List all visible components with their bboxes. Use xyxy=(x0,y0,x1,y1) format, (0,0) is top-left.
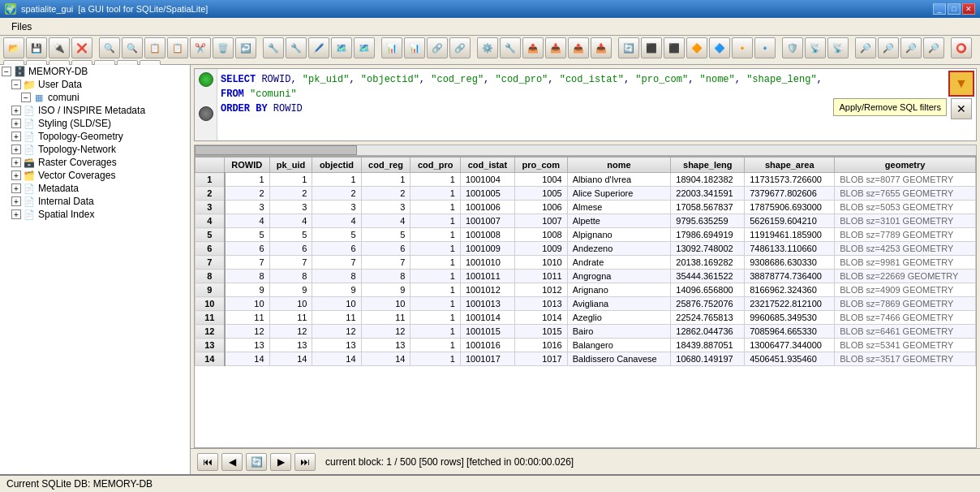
table-cell[interactable]: 4506451.935460 xyxy=(745,352,835,366)
table-cell[interactable]: 9960685.349530 xyxy=(745,311,835,325)
filter-button[interactable]: ▼ xyxy=(948,71,974,97)
toolbar-sm1[interactable]: 🔸 xyxy=(732,37,753,58)
table-cell[interactable]: BLOB sz=5341 GEOMETRY xyxy=(835,339,976,352)
table-cell[interactable]: 1 xyxy=(410,201,461,214)
table-cell[interactable]: 8166962.324360 xyxy=(745,283,835,297)
table-cell[interactable]: 6 xyxy=(361,242,410,256)
toolbar-radar1[interactable]: 📡 xyxy=(805,37,826,58)
table-cell[interactable]: 10 xyxy=(269,297,312,311)
table-cell[interactable]: BLOB sz=7869 GEOMETRY xyxy=(835,297,976,311)
table-cell[interactable]: 13 xyxy=(312,339,361,352)
table-cell[interactable]: 1012 xyxy=(514,283,567,297)
minimize-button[interactable]: _ xyxy=(933,3,946,15)
sidebar-item-raster[interactable]: + 🗃️ Raster Coverages xyxy=(0,156,190,169)
toolbar-tool[interactable]: 🔧 xyxy=(500,37,521,58)
table-cell[interactable]: 1 xyxy=(410,352,461,366)
table-cell[interactable]: 7486133.110660 xyxy=(745,242,835,256)
table-cell[interactable]: 1001006 xyxy=(460,201,514,214)
toolbar-sm2[interactable]: 🔹 xyxy=(754,37,776,58)
toolbar-cut[interactable]: ✂️ xyxy=(190,37,211,58)
table-cell[interactable]: 10 xyxy=(225,297,270,311)
maximize-button[interactable]: □ xyxy=(948,3,961,15)
sidebar-item-comuni[interactable]: − ▦ comuni xyxy=(0,91,190,104)
table-cell[interactable]: BLOB sz=4253 GEOMETRY xyxy=(835,242,976,256)
table-cell[interactable]: Alpette xyxy=(567,214,671,228)
table-cell[interactable]: 1001009 xyxy=(460,242,514,256)
sql-stop-button[interactable] xyxy=(199,106,213,121)
table-cell[interactable]: 13 xyxy=(269,339,312,352)
table-row[interactable]: 11111110010041004Albiano d'Ivrea18904.18… xyxy=(196,173,976,187)
table-cell[interactable]: 9 xyxy=(312,283,361,297)
table-cell[interactable]: 8 xyxy=(269,270,312,283)
table-cell[interactable]: 5 xyxy=(312,228,361,242)
toolbar-settings2[interactable]: 🔧 xyxy=(286,37,307,58)
table-cell[interactable]: 7 xyxy=(225,256,270,270)
table-cell[interactable]: 14 xyxy=(225,352,270,366)
table-cell[interactable]: 1 xyxy=(410,256,461,270)
toolbar-radar2[interactable]: 📡 xyxy=(827,37,849,58)
table-cell[interactable]: 1015 xyxy=(514,325,567,339)
table-cell[interactable]: 22524.765813 xyxy=(671,311,745,325)
table-cell[interactable]: 6 xyxy=(312,242,361,256)
toolbar-sq2[interactable]: ⬛ xyxy=(664,37,685,58)
table-cell[interactable]: 18439.887051 xyxy=(671,339,745,352)
table-cell[interactable]: 1001010 xyxy=(460,256,514,270)
table-cell[interactable]: 14096.656800 xyxy=(671,283,745,297)
table-cell[interactable]: 12 xyxy=(312,325,361,339)
table-cell[interactable]: 18904.182382 xyxy=(671,173,745,187)
table-cell[interactable]: 1009 xyxy=(514,242,567,256)
table-cell[interactable]: Arignano xyxy=(567,283,671,297)
toolbar-search1[interactable]: 🔍 xyxy=(99,37,120,58)
col-header-cod-reg[interactable]: cod_reg xyxy=(361,158,410,173)
table-cell[interactable]: Albiano d'Ivrea xyxy=(567,173,671,187)
tree-expand-iso[interactable]: + xyxy=(11,106,21,115)
toolbar-edit[interactable]: 🖊️ xyxy=(308,37,329,58)
table-cell[interactable]: Balangero xyxy=(567,339,671,352)
table-cell[interactable]: 13092.748002 xyxy=(671,242,745,256)
table-cell[interactable]: 1001013 xyxy=(460,297,514,311)
col-header-pro-com[interactable]: pro_com xyxy=(514,158,567,173)
table-cell[interactable]: BLOB sz=9981 GEOMETRY xyxy=(835,256,976,270)
toolbar-open[interactable]: 📂 xyxy=(3,37,24,58)
toolbar-disconnect[interactable]: ❌ xyxy=(71,37,92,58)
tree-expand-comuni[interactable]: − xyxy=(21,93,31,102)
table-cell[interactable]: 4 xyxy=(312,214,361,228)
toolbar-export1[interactable]: 📤 xyxy=(522,37,544,58)
sidebar-item-user-data[interactable]: − 📁 User Data xyxy=(0,78,190,91)
table-cell[interactable]: 5 xyxy=(225,228,270,242)
table-cell[interactable]: 1 xyxy=(410,297,461,311)
table-cell[interactable]: 1 xyxy=(410,270,461,283)
sidebar-item-iso[interactable]: + 📄 ISO / INSPIRE Metadata xyxy=(0,104,190,117)
table-row[interactable]: 33333110010061006Almese17058.56783717875… xyxy=(196,201,976,214)
table-cell[interactable]: 10 xyxy=(361,297,410,311)
toolbar-copy1[interactable]: 📋 xyxy=(144,37,165,58)
table-cell[interactable]: 9 xyxy=(361,283,410,297)
nav-next-button[interactable]: ▶ xyxy=(270,453,291,471)
table-cell[interactable]: 11 xyxy=(312,311,361,325)
table-cell[interactable]: 2 xyxy=(312,187,361,201)
table-row[interactable]: 44444110010071007Alpette9795.63525956261… xyxy=(196,214,976,228)
table-cell[interactable]: 11919461.185900 xyxy=(745,228,835,242)
col-header-objectid[interactable]: objectid xyxy=(312,158,361,173)
table-cell[interactable]: 1 xyxy=(410,187,461,201)
tree-expand-vector[interactable]: + xyxy=(11,170,21,180)
table-cell[interactable]: 1005 xyxy=(514,187,567,201)
tree-expand-topo-geo[interactable]: + xyxy=(11,132,21,141)
tree-expand-metadata[interactable]: + xyxy=(11,183,21,193)
table-cell[interactable]: 1 xyxy=(410,173,461,187)
table-cell[interactable]: 5 xyxy=(361,228,410,242)
table-cell[interactable]: 9795.635259 xyxy=(671,214,745,228)
close-button[interactable]: ✕ xyxy=(962,3,975,15)
nav-first-button[interactable]: ⏮ xyxy=(197,453,218,471)
toolbar-link1[interactable]: 🔗 xyxy=(427,37,448,58)
toolbar-delete[interactable]: 🗑️ xyxy=(213,37,234,58)
table-cell[interactable]: Bairo xyxy=(567,325,671,339)
table-cell[interactable]: 2 xyxy=(225,187,270,201)
table-cell[interactable]: 1013 xyxy=(514,297,567,311)
toolbar-zoom2[interactable]: 🔎 xyxy=(878,37,899,58)
table-cell[interactable]: 1016 xyxy=(514,339,567,352)
table-cell[interactable]: 17058.567837 xyxy=(671,201,745,214)
table-cell[interactable]: 4 xyxy=(361,214,410,228)
table-cell[interactable]: BLOB sz=7789 GEOMETRY xyxy=(835,228,976,242)
table-cell[interactable]: 9 xyxy=(225,283,270,297)
